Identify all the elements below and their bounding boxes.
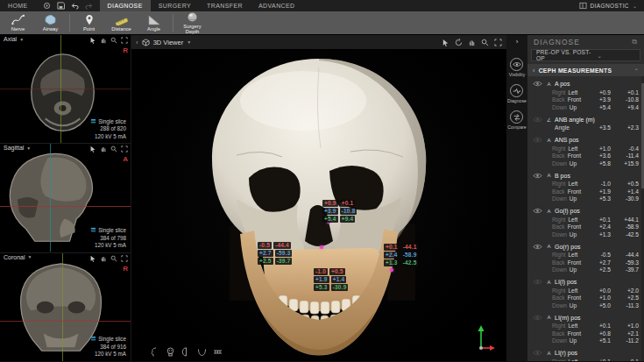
ribbon-tab-advanced[interactable]: ADVANCED: [251, 0, 303, 11]
strip-item-visibility[interactable]: Visibility: [509, 58, 526, 77]
landmark-type-icon: A: [546, 244, 552, 249]
coronal-slice-info: Single slice 384 of 916 120 kV 5 mA: [90, 336, 126, 358]
strip-item-diagnose[interactable]: Diagnose: [507, 84, 527, 103]
zoom-icon[interactable]: [110, 146, 117, 153]
visibility-eye-icon[interactable]: [532, 81, 543, 87]
redo-icon[interactable]: [85, 2, 93, 10]
ribbon-tab-home[interactable]: HOME: [0, 0, 36, 11]
axial-viewport[interactable]: Axial ▼ R Single slice 288 of 820 120 kV…: [0, 35, 131, 144]
measurement-row: Right Left -1.0 +0.5: [527, 181, 644, 188]
pan-hand-icon[interactable]: [100, 255, 107, 262]
tool-surgery-depth-button[interactable]: Surgery Depth: [176, 11, 209, 34]
preset-dropdown[interactable]: PRE-OP VS. POST-OP ⌄: [531, 49, 640, 61]
direction-negative-label: Right: [552, 89, 565, 96]
stamp-icon[interactable]: [43, 2, 51, 10]
face-profile-icon[interactable]: [149, 346, 160, 358]
visibility-eye-icon[interactable]: [532, 173, 543, 179]
ribbon-tab-surgery[interactable]: SURGERY: [151, 0, 199, 11]
sagittal-header[interactable]: Sagittal ▼: [4, 145, 31, 151]
direction-negative-label: Down: [552, 302, 567, 309]
teeth-icon[interactable]: [212, 346, 223, 358]
chevron-down-icon: ▼: [26, 146, 31, 151]
visibility-icon: [510, 58, 523, 71]
tool-distance-button[interactable]: Distance: [105, 11, 138, 34]
direction-negative-label: Right: [552, 358, 565, 361]
pan-hand-icon[interactable]: [100, 37, 107, 44]
zoom-icon[interactable]: [481, 39, 489, 46]
visibility-eye-icon[interactable]: [532, 279, 543, 285]
measurement-group: A B pos Right Left -1.0 +0.5 Back Front …: [527, 171, 644, 203]
direction-positive-label: Left: [568, 358, 577, 361]
visibility-eye-icon[interactable]: [532, 315, 543, 321]
popout-icon[interactable]: ⧉: [632, 38, 638, 46]
measurement-row: Back Front +1.9 +1.4: [527, 188, 644, 195]
surgery-depth-icon: [187, 11, 198, 23]
fullscreen-icon[interactable]: [121, 255, 128, 262]
tool-angle-button[interactable]: Angle: [138, 11, 170, 34]
save-icon[interactable]: [57, 2, 65, 10]
cursor-icon[interactable]: [89, 37, 96, 44]
direction-negative-label: Down: [552, 337, 567, 344]
back-arrow-icon[interactable]: ‹: [533, 67, 535, 74]
measurement-row: Angle +3.5 +2.3: [527, 124, 644, 132]
visibility-eye-icon[interactable]: [532, 244, 543, 250]
direction-positive-label: Left: [568, 323, 577, 329]
tool-airway-button[interactable]: Airway: [34, 11, 67, 34]
cursor-icon[interactable]: [89, 255, 96, 262]
layout-grid-icon: [579, 2, 587, 10]
visibility-eye-icon[interactable]: [532, 137, 543, 143]
workflow-label: DIAGNOSTIC: [591, 3, 629, 9]
direction-negative-label: Back: [552, 224, 565, 230]
undo-icon[interactable]: [71, 2, 79, 10]
axial-header[interactable]: Axial ▼: [4, 36, 24, 42]
coronal-header[interactable]: Coronal ▼: [4, 254, 32, 260]
overlay-value-chip: +5.3: [314, 284, 329, 291]
direction-positive-label: Left: [568, 252, 577, 258]
value-post: +0.5: [611, 181, 639, 187]
tool-label: Distance: [107, 26, 137, 32]
cursor-icon[interactable]: [442, 39, 449, 46]
direction-negative-label: Right: [552, 146, 565, 152]
ceph-measurements-section-header[interactable]: ‹ CEPH MEASUREMENTS ⌃: [527, 64, 644, 76]
strip-item-compare[interactable]: Compare: [507, 110, 526, 130]
angle-icon: [148, 14, 160, 25]
preset-dropdown-value: PRE-OP VS. POST-OP: [536, 49, 598, 61]
workflow-selector[interactable]: DIAGNOSTIC ⌄: [572, 0, 644, 11]
pan-hand-icon[interactable]: [468, 39, 476, 46]
measurement-group: ∠ ANB angle (m) Angle +3.5 +2.3: [527, 115, 644, 132]
visibility-eye-icon[interactable]: [532, 117, 543, 123]
tool-label: Point: [74, 26, 104, 32]
measurement-list[interactable]: A A pos Right Left +0.9 +0.1 Back Front …: [527, 76, 644, 361]
zoom-icon[interactable]: [110, 255, 117, 262]
tool-point-button[interactable]: Point: [73, 11, 105, 34]
direction-negative-label: Right: [552, 323, 565, 329]
measurement-group: A LI(r) pos Right Left +0.1 -0.1 Back Fr…: [527, 348, 644, 361]
ribbon-tab-transfer[interactable]: TRANSFER: [199, 0, 251, 11]
skull-icon[interactable]: [165, 346, 176, 358]
measurement-row: Right Left +0.1 +1.0: [527, 323, 644, 330]
sagittal-viewport[interactable]: Sagittal ▼ A Single slice 384 of 798 120…: [0, 144, 131, 252]
fullscreen-icon[interactable]: [121, 37, 128, 44]
direction-negative-label: Back: [552, 259, 565, 266]
collapse-left-icon[interactable]: ‹: [136, 39, 138, 46]
coronal-viewport[interactable]: Coronal ▼ R Single slice 384 of 916 120 …: [0, 253, 131, 361]
visibility-eye-icon[interactable]: [532, 350, 543, 356]
fullscreen-icon[interactable]: [494, 39, 502, 46]
ribbon-tab-diagnose[interactable]: DIAGNOSE: [100, 0, 151, 11]
zoom-icon[interactable]: [110, 37, 117, 44]
direction-negative-label: Right: [552, 181, 565, 187]
collapse-section-icon[interactable]: ⌃: [634, 67, 639, 74]
viewer-3d-viewport[interactable]: +0.9+0.1+3.9-10.8+5.4+9.4-0.5-44.4+2.7-5…: [131, 50, 506, 361]
tool-nerve-button[interactable]: Nerve: [2, 11, 34, 34]
visibility-eye-icon[interactable]: [532, 208, 543, 214]
rotate-icon[interactable]: [455, 39, 463, 46]
cursor-icon[interactable]: [89, 146, 96, 153]
fullscreen-icon[interactable]: [121, 146, 128, 153]
half-head-icon[interactable]: [180, 346, 192, 358]
viewer-footer-toolbar: [149, 346, 223, 358]
pan-hand-icon[interactable]: [100, 146, 107, 153]
viewer-3d-title[interactable]: 3D Viewer: [153, 39, 183, 46]
mandible-icon[interactable]: [196, 346, 208, 358]
measurement-group-header: ∠ ANB angle (m): [527, 115, 644, 124]
collapse-right-panel-icon[interactable]: ›: [516, 38, 519, 48]
